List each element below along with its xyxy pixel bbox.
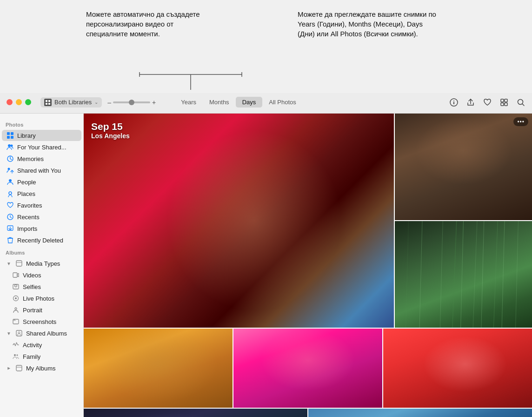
view-tabs: Years Months Days All Photos [174, 97, 303, 108]
library-selector[interactable]: Both Libraries ⌄ [40, 97, 102, 108]
sidebar-item-shared-with-you[interactable]: Shared with You [2, 165, 81, 176]
rain-lines [395, 221, 532, 328]
sidebar-item-recents[interactable]: Recents [2, 211, 81, 222]
svg-point-9 [453, 101, 454, 101]
svg-point-36 [15, 297, 17, 299]
photo-last-row [84, 409, 532, 417]
photo-cell-bubblegum[interactable] [383, 329, 532, 408]
screenshots-icon [12, 318, 20, 325]
videos-icon [12, 271, 20, 279]
sidebar-item-videos[interactable]: Videos [2, 269, 81, 281]
sidebar-item-screenshots[interactable]: Screenshots [2, 316, 81, 327]
sidebar-label-selfies: Selfies [23, 283, 41, 290]
portrait-icon [12, 306, 20, 314]
sidebar-item-memories[interactable]: Memories [2, 153, 81, 164]
people-icon [7, 178, 14, 186]
sidebar-item-library[interactable]: Library [2, 130, 81, 141]
sidebar-item-portrait[interactable]: Portrait [2, 304, 81, 316]
tab-all-photos[interactable]: All Photos [262, 97, 303, 108]
tab-days[interactable]: Days [236, 97, 263, 108]
svg-rect-43 [16, 365, 22, 371]
svg-line-53 [473, 221, 477, 328]
photo-cell-top-right[interactable]: ••• [395, 114, 532, 220]
sidebar-item-recently-deleted[interactable]: Recently Deleted [2, 235, 81, 246]
svg-line-51 [516, 221, 519, 328]
callout-left: Можете автоматично да създадете персонал… [86, 9, 216, 39]
info-icon[interactable] [449, 98, 459, 107]
sidebar-label-recently-deleted: Recently Deleted [17, 237, 63, 244]
fullscreen-button[interactable] [25, 99, 31, 105]
search-icon[interactable] [516, 98, 525, 107]
sidebar-label-shared-albums: Shared Albums [26, 330, 67, 337]
zoom-slider-thumb [129, 100, 134, 105]
minimize-button[interactable] [16, 99, 22, 105]
svg-point-15 [518, 99, 523, 104]
sidebar-item-media-types[interactable]: ▼ Media Types [2, 258, 81, 269]
svg-line-54 [493, 221, 498, 328]
sidebar-item-for-your-shared[interactable]: For Your Shared... [2, 141, 81, 153]
photo-cell-bottom-right[interactable] [395, 221, 532, 328]
photo-cell-man-hat[interactable] [84, 329, 233, 408]
photo-cell-pink-hair[interactable] [233, 329, 382, 408]
sidebar-item-favorites[interactable]: Favorites [2, 200, 81, 211]
sidebar-label-people: People [17, 179, 36, 186]
tab-months[interactable]: Months [203, 97, 236, 108]
more-options-button[interactable]: ••• [513, 117, 528, 126]
photo-water-bg [308, 409, 532, 417]
sidebar-item-places[interactable]: Places [2, 188, 81, 199]
photo-silhouette-bg [84, 409, 307, 417]
sidebar-item-live-photos[interactable]: Live Photos [2, 293, 81, 304]
places-icon [7, 190, 14, 197]
sidebar-item-my-albums[interactable]: ▼ My Albums [2, 363, 81, 374]
sidebar-item-family[interactable]: Family [2, 351, 81, 362]
sidebar-label-media-types: Media Types [26, 260, 60, 267]
tab-years[interactable]: Years [174, 97, 203, 108]
sidebar-item-people[interactable]: People [2, 176, 81, 188]
search-svg [517, 98, 525, 107]
app-window: Both Libraries ⌄ – + Years Months Days A… [0, 91, 532, 417]
sidebar-item-selfies[interactable]: Selfies [2, 281, 81, 292]
photos-icon [45, 100, 51, 105]
photo-figure-overlay [84, 114, 394, 328]
photo-pink-hair-bg [233, 329, 382, 408]
arrange-icon[interactable] [499, 98, 509, 107]
svg-point-26 [9, 192, 12, 195]
svg-point-33 [15, 285, 17, 287]
svg-line-47 [461, 221, 464, 328]
library-icon [7, 132, 14, 139]
shared-with-you-icon [7, 167, 14, 174]
svg-rect-5 [48, 100, 50, 102]
selfies-icon [12, 283, 20, 290]
photo-rain-bg [395, 221, 532, 328]
sidebar: Photos Library [0, 114, 84, 417]
close-button[interactable] [7, 99, 13, 105]
photo-person-suggestion [395, 114, 532, 220]
photo-cell-main[interactable] [84, 114, 394, 328]
live-photos-icon [12, 295, 20, 302]
memories-icon [7, 155, 14, 162]
svg-line-48 [481, 221, 484, 328]
zoom-slider[interactable] [113, 101, 150, 103]
zoom-in-button[interactable]: + [152, 99, 156, 106]
svg-point-41 [14, 354, 16, 356]
heart-icon[interactable] [483, 98, 492, 107]
callout-area: Можете автоматично да създадете персонал… [0, 0, 532, 93]
sidebar-label-imports: Imports [17, 225, 37, 232]
family-icon [12, 353, 20, 360]
photo-cell-water[interactable] [308, 409, 532, 417]
library-selector-label: Both Libraries [54, 99, 92, 106]
sidebar-label-my-albums: My Albums [26, 365, 56, 372]
svg-rect-17 [11, 132, 13, 135]
main-content: Photos Library [0, 114, 532, 417]
share-icon[interactable] [466, 98, 475, 107]
sidebar-item-imports[interactable]: Imports [2, 223, 81, 234]
zoom-out-button[interactable]: – [107, 99, 111, 106]
photo-cell-silhouette[interactable] [84, 409, 307, 417]
svg-point-21 [11, 145, 13, 147]
sidebar-label-places: Places [17, 190, 35, 197]
shared-albums-disclosure: ▼ [7, 331, 11, 336]
trash-icon [7, 236, 14, 244]
sidebar-item-activity[interactable]: Activity [2, 339, 81, 350]
sidebar-item-shared-albums[interactable]: ▼ Shared Albums [2, 328, 81, 339]
svg-point-40 [18, 332, 20, 334]
